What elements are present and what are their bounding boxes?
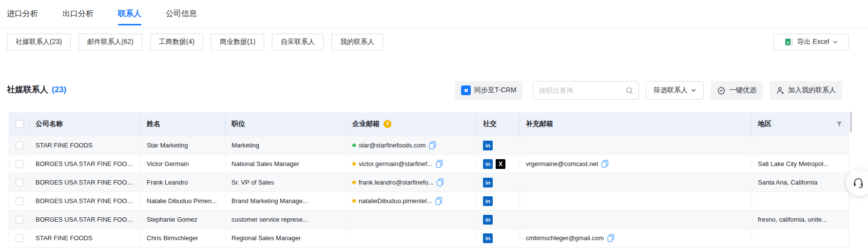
email-cell — [347, 210, 477, 228]
row-checkbox[interactable] — [16, 234, 23, 242]
linkedin-icon[interactable]: in — [483, 178, 493, 187]
row-checkbox[interactable] — [16, 160, 23, 168]
tab-export-analysis[interactable]: 出口分析 — [62, 0, 94, 28]
export-excel-button[interactable]: x 导出 Excel — [773, 34, 849, 50]
region-cell — [752, 136, 849, 154]
filter-funnel-icon[interactable] — [836, 121, 843, 127]
copy-icon[interactable] — [435, 197, 443, 205]
sync-to-tcrm-label: 同步至T-CRM — [474, 86, 516, 95]
title-cell: customer service represe... — [226, 210, 347, 228]
row-checkbox[interactable] — [16, 197, 23, 205]
copy-icon[interactable] — [607, 234, 615, 242]
title-cell: Sr. VP of Sales — [226, 173, 347, 191]
name-cell: Star Marketing — [141, 136, 226, 154]
help-icon[interactable]: ? — [384, 120, 391, 128]
row-checkbox-cell — [9, 155, 30, 173]
headset-icon — [852, 176, 865, 189]
chip-self-collected[interactable]: 自采联系人 — [272, 34, 324, 50]
table-row: BORGES USA STAR FINE FOODS Victor Germai… — [9, 154, 849, 173]
linkedin-icon[interactable]: in — [483, 141, 493, 150]
title-cell: Regional Sales Manager — [226, 229, 347, 247]
alt-email-cell — [520, 210, 752, 228]
region-cell: Santa Ana, California — [752, 173, 849, 191]
name-cell: Frank Leandro — [141, 173, 226, 191]
row-checkbox-cell — [9, 173, 30, 191]
add-to-my-contacts-button[interactable]: 加入我的联系人 — [770, 81, 842, 100]
chip-social-contacts[interactable]: 社媒联系人(23) — [7, 34, 71, 50]
select-all-checkbox[interactable] — [16, 120, 23, 128]
copy-icon[interactable] — [436, 178, 444, 187]
chevron-down-icon — [833, 40, 838, 44]
section-count: (23) — [52, 85, 66, 94]
linkedin-icon[interactable]: in — [483, 196, 493, 206]
alt-email-cell: vrgermaine@comcast.net — [520, 155, 752, 173]
company-cell: BORGES USA STAR FINE FOODS — [30, 155, 141, 173]
row-checkbox[interactable] — [16, 142, 23, 149]
table-row: STAR FINE FOODS Star Marketing Marketing… — [9, 136, 849, 154]
tab-import-analysis[interactable]: 进口分析 — [7, 0, 38, 28]
linkedin-icon[interactable]: in — [483, 233, 493, 243]
linkedin-icon[interactable]: in — [483, 215, 493, 225]
social-cell: in — [477, 210, 520, 228]
alt-email-cell — [520, 173, 752, 191]
email-status-dot — [352, 199, 356, 203]
email-cell: victor.germain@starfinef... — [347, 155, 477, 173]
tab-bar: 进口分析 出口分析 联系人 公司信息 — [0, 0, 868, 28]
tab-company-info[interactable]: 公司信息 — [166, 0, 197, 28]
header-social: 社交 — [477, 112, 520, 136]
chip-commercial-data[interactable]: 商业数据(1) — [211, 34, 264, 50]
header-email: 企业邮箱? — [347, 112, 477, 136]
company-cell: BORGES USA STAR FINE FOODS — [30, 192, 141, 210]
email-status-dot — [352, 144, 356, 147]
chip-business-registry[interactable]: 工商数据(4) — [150, 34, 203, 50]
social-cell: in — [477, 173, 520, 191]
linkedin-icon[interactable]: in — [483, 159, 493, 169]
table-row: BORGES USA STAR FINE FOODS Frank Leandro… — [9, 173, 849, 191]
company-cell: BORGES USA STAR FINE FOODS — [30, 210, 141, 228]
table-header-row: 公司名称 姓名 职位 企业邮箱? 社交 补充邮箱 地区 — [9, 112, 849, 136]
email-cell — [347, 229, 477, 247]
name-cell: Stephanie Gomez — [141, 210, 226, 228]
add-to-my-contacts-label: 加入我的联系人 — [788, 86, 836, 95]
excel-icon: x — [785, 38, 793, 46]
x-icon[interactable]: X — [496, 159, 505, 169]
section-title: 社媒联系人(23) — [7, 84, 66, 95]
copy-icon[interactable] — [601, 160, 609, 168]
chip-my-contacts[interactable]: 我的联系人 — [331, 34, 383, 50]
name-cell: Chris Bimschleger — [141, 229, 226, 247]
support-headset-button[interactable] — [846, 169, 868, 196]
search-icon[interactable] — [625, 86, 634, 95]
row-checkbox[interactable] — [16, 216, 23, 224]
one-click-optimize-label: 一键优选 — [729, 86, 756, 95]
row-checkbox-cell — [9, 136, 30, 154]
scrollbar-thumb[interactable] — [850, 112, 852, 132]
header-alt-email: 补充邮箱 — [520, 112, 752, 136]
copy-icon[interactable] — [435, 160, 444, 168]
contacts-table: 公司名称 姓名 职位 企业邮箱? 社交 补充邮箱 地区 STAR FINE FO… — [9, 112, 849, 248]
person-add-icon — [776, 86, 785, 95]
chip-email-contacts[interactable]: 邮件联系人(62) — [78, 34, 142, 50]
region-cell: fresno, california, unite... — [752, 210, 849, 228]
section-title-text: 社媒联系人 — [7, 85, 48, 94]
title-cell: Brand Marketing Manage... — [226, 192, 347, 210]
export-excel-label: 导出 Excel — [797, 38, 829, 46]
tab-contacts[interactable]: 联系人 — [118, 0, 141, 28]
row-checkbox[interactable] — [16, 179, 23, 187]
title-cell: Marketing — [226, 136, 347, 154]
social-cell: in — [477, 136, 520, 154]
row-checkbox-cell — [9, 229, 30, 247]
position-search-input[interactable] — [539, 86, 625, 94]
contact-source-chips: 社媒联系人(23) 邮件联系人(62) 工商数据(4) 商业数据(1) 自采联系… — [7, 34, 383, 50]
copy-icon[interactable] — [428, 141, 437, 149]
email-status-dot — [352, 181, 356, 184]
one-click-optimize-button[interactable]: 一键优选 — [711, 81, 763, 100]
table-row: STAR FINE FOODS Chris Bimschleger Region… — [9, 228, 849, 247]
svg-text:x: x — [787, 40, 789, 45]
header-region: 地区 — [752, 112, 849, 136]
header-title: 职位 — [226, 112, 347, 136]
social-cell: inX — [477, 155, 520, 173]
filter-contacts-dropdown[interactable]: 筛选联系人 — [646, 81, 704, 100]
sync-to-tcrm-button[interactable]: 同步至T-CRM — [455, 81, 522, 100]
social-cell: in — [477, 229, 520, 247]
header-name: 姓名 — [141, 112, 226, 136]
